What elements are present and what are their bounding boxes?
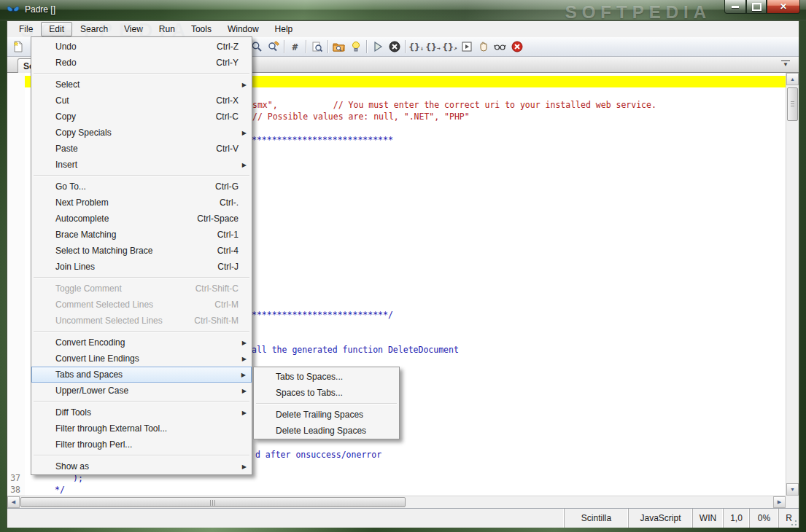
open-resource-icon[interactable]	[330, 39, 347, 55]
edit-menu-item-next-problem[interactable]: Next ProblemCtrl-.	[31, 195, 252, 211]
menu-item-label: Comment Selected Lines	[55, 300, 153, 310]
caption-buttons: ✕	[724, 0, 800, 14]
menu-item-label: Convert Encoding	[55, 337, 125, 348]
tabs-submenu-item-delete-trailing-spaces[interactable]: Delete Trailing Spaces	[254, 407, 399, 423]
menu-item-label: Filter through External Tool...	[55, 423, 167, 434]
tabs-submenu-item-tabs-to-spaces[interactable]: Tabs to Spaces...	[254, 369, 399, 385]
menubar-item-edit[interactable]: Edit	[41, 22, 72, 36]
edit-menu-item-autocomplete[interactable]: AutocompleteCtrl-Space	[31, 211, 252, 227]
statusbar-cell-1-0: 1,0	[723, 509, 749, 528]
menu-item-shortcut: Ctrl-Shift-C	[195, 283, 246, 294]
edit-menu-item-convert-line-endings[interactable]: Convert Line Endings▶	[31, 351, 252, 367]
edit-menu-item-copy[interactable]: CopyCtrl-C	[31, 109, 252, 125]
toolbar-main-group: #{​}↓{​}→{​}↗	[248, 39, 525, 55]
thumb-grip	[791, 101, 794, 107]
code-line: smx", // You must enter the correct uri …	[252, 99, 656, 111]
run-document-icon[interactable]	[458, 39, 475, 55]
edit-menu-item-copy-specials[interactable]: Copy Specials▶	[31, 125, 252, 141]
code-line: all the generated function DeleteDocumen…	[252, 344, 459, 356]
hand-icon[interactable]	[475, 39, 492, 55]
tabs-submenu-separator	[254, 401, 399, 407]
horizontal-scrollbar[interactable]: ◀ ▶	[7, 496, 786, 508]
glasses-icon[interactable]	[492, 39, 508, 55]
menubar-item-run[interactable]: Run	[151, 22, 183, 36]
scroll-right-arrow-icon[interactable]: ▶	[773, 496, 786, 508]
edit-menu-item-toggle-comment[interactable]: Toggle CommentCtrl-Shift-C	[31, 281, 252, 297]
stop-icon[interactable]	[386, 39, 403, 55]
edit-menu-item-join-lines[interactable]: Join LinesCtrl-J	[31, 259, 252, 275]
line-number: 37	[7, 472, 20, 484]
quick-fix-icon[interactable]	[347, 39, 364, 55]
edit-menu-item-comment-selected-lines[interactable]: Comment Selected LinesCtrl-M	[31, 297, 252, 313]
edit-menu: UndoCtrl-ZRedoCtrl-YSelect▶CutCtrl-XCopy…	[31, 36, 252, 475]
menu-bar: FileEditSearchViewRunToolsWindowHelp	[7, 21, 799, 37]
edit-menu-item-convert-encoding[interactable]: Convert Encoding▶	[31, 335, 252, 351]
tabs-submenu-item-delete-leading-spaces[interactable]: Delete Leading Spaces	[254, 423, 399, 439]
close-button[interactable]: ✕	[767, 0, 800, 14]
code-line: d after onsuccess/onerror	[255, 449, 381, 461]
maximize-button[interactable]	[746, 0, 767, 14]
edit-menu-item-go-to[interactable]: Go To...Ctrl-G	[31, 179, 252, 195]
new-file-icon[interactable]	[9, 39, 26, 55]
statusbar-cell-0: 0%	[749, 509, 778, 528]
run-icon[interactable]	[369, 39, 386, 55]
vertical-scrollbar-thumb[interactable]	[787, 87, 798, 121]
menubar-item-tools[interactable]: Tools	[183, 22, 220, 36]
chevron-down-icon[interactable]: ▼	[781, 60, 790, 69]
code-line: ***************************/	[252, 309, 393, 321]
menubar-item-help[interactable]: Help	[267, 22, 301, 36]
edit-menu-item-upper-lower-case[interactable]: Upper/Lower Case▶	[31, 383, 252, 399]
menu-item-label: Uncomment Selected Lines	[55, 316, 163, 326]
scroll-up-arrow-icon[interactable]: ▲	[786, 73, 799, 85]
menu-item-label: Copy Specials	[55, 128, 112, 138]
menubar-item-search[interactable]: Search	[72, 22, 116, 36]
edit-menu-item-cut[interactable]: CutCtrl-X	[31, 93, 252, 109]
tabs-submenu-item-spaces-to-tabs[interactable]: Spaces to Tabs...	[254, 385, 399, 401]
quit-icon[interactable]	[508, 39, 525, 55]
vertical-scrollbar[interactable]: ▲ ▼	[786, 73, 799, 496]
scroll-left-arrow-icon[interactable]: ◀	[7, 496, 20, 508]
menu-item-label: Select to Matching Brace	[55, 246, 152, 256]
minimize-button[interactable]	[724, 0, 746, 14]
edit-menu-item-tabs-and-spaces[interactable]: Tabs and Spaces▶	[31, 367, 252, 383]
edit-menu-item-filter-through-perl[interactable]: Filter through Perl...	[31, 437, 252, 453]
menu-item-label: Select	[55, 79, 80, 90]
edit-menu-item-uncomment-selected-lines[interactable]: Uncomment Selected LinesCtrl-Shift-M	[31, 313, 252, 329]
menubar-item-window[interactable]: Window	[220, 22, 267, 36]
thumb-grip	[210, 500, 216, 506]
find-replace-icon[interactable]	[265, 39, 282, 55]
edit-menu-item-undo[interactable]: UndoCtrl-Z	[31, 39, 252, 55]
menu-item-label: Convert Line Endings	[55, 353, 139, 364]
submenu-arrow-icon: ▶	[242, 356, 247, 362]
scroll-down-arrow-icon[interactable]: ▼	[786, 483, 799, 496]
edit-menu-item-select-to-matching-brace[interactable]: Select to Matching BraceCtrl-4	[31, 243, 252, 259]
edit-menu-item-show-as[interactable]: Show as▶	[31, 458, 252, 474]
menu-item-shortcut: Ctrl-1	[217, 230, 246, 240]
edit-menu-item-insert[interactable]: Insert▶	[31, 157, 252, 173]
watermark-large: SOFTPEDIA	[565, 2, 711, 23]
edit-menu-item-brace-matching[interactable]: Brace MatchingCtrl-1	[31, 227, 252, 243]
edit-menu-item-filter-through-external-tool[interactable]: Filter through External Tool...	[31, 420, 252, 437]
close-icon: ✕	[780, 2, 787, 11]
toolbar-separator	[306, 40, 306, 53]
menu-item-shortcut: Ctrl-Z	[217, 42, 246, 52]
menu-item-label: Paste	[55, 144, 78, 154]
edit-menu-item-diff-tools[interactable]: Diff Tools▶	[31, 404, 252, 420]
menubar-item-view[interactable]: View	[116, 22, 151, 36]
submenu-arrow-icon: ▶	[242, 130, 247, 136]
edit-menu-item-select[interactable]: Select▶	[31, 77, 252, 93]
edit-menu-item-paste[interactable]: PasteCtrl-V	[31, 141, 252, 157]
braces-arrow-1-icon[interactable]: {​}↓	[408, 39, 425, 55]
menu-item-label: Toggle Comment	[55, 283, 122, 294]
find-in-files-icon[interactable]	[309, 39, 325, 55]
resize-grip[interactable]	[788, 517, 797, 526]
maximize-icon	[752, 3, 762, 11]
menubar-item-file[interactable]: File	[11, 22, 41, 36]
desktop: { "window": { "title": "Padre []" }, "wa…	[0, 0, 806, 532]
braces-arrow-2-icon[interactable]: {​}→	[425, 39, 441, 55]
horizontal-scrollbar-thumb[interactable]	[20, 497, 406, 507]
goto-line-icon[interactable]: #	[287, 39, 303, 55]
edit-menu-separator	[31, 173, 252, 179]
braces-arrow-3-icon[interactable]: {​}↗	[441, 39, 458, 55]
edit-menu-item-redo[interactable]: RedoCtrl-Y	[31, 55, 252, 71]
